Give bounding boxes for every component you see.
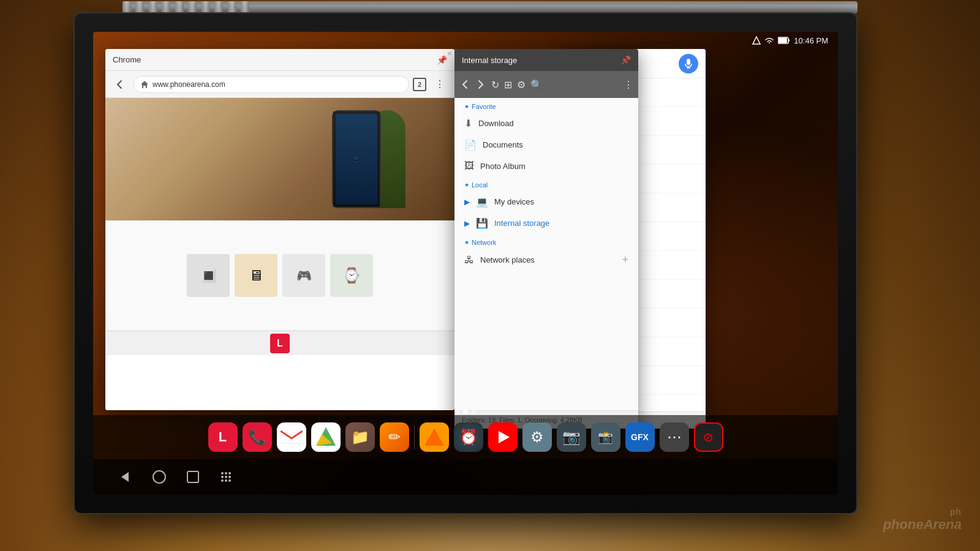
dock-camera1-icon: 📷 [562, 429, 581, 446]
chrome-address-bar[interactable]: www.phonearena.com [134, 76, 409, 93]
chrome-menu-button[interactable]: ⋮ [430, 75, 450, 94]
fm-more-button[interactable]: ⋮ [624, 79, 633, 91]
svg-rect-3 [788, 39, 790, 42]
svg-rect-14 [187, 471, 198, 482]
dock-icon-settings[interactable]: ⚙ [522, 422, 552, 452]
dock-gmail-icon [281, 429, 303, 446]
dock-icon-notes[interactable]: ✏ [380, 422, 409, 452]
page-dot-3[interactable] [472, 409, 477, 414]
tablet-hinge [123, 1, 858, 13]
tablet-device: YOGA BOOK [74, 12, 907, 527]
fm-back-button[interactable] [459, 79, 470, 90]
dock-icon-youtube[interactable] [488, 422, 518, 452]
dock-icon-gmail[interactable] [277, 422, 306, 452]
chrome-content: 📱 ✕ 🔳 🖥 🎮 ⌚ [105, 98, 454, 410]
status-icons: 10:46 PM [752, 36, 828, 45]
svg-rect-4 [687, 59, 690, 65]
fm-download-icon: ⬇ [464, 118, 472, 129]
nav-home-button[interactable] [152, 470, 167, 484]
fm-toolbar: ↻ ⊞ ⚙ 🔍 ⋮ [454, 71, 638, 98]
dock-icon-vlc[interactable] [420, 422, 449, 452]
fm-photoalbum-item[interactable]: 🖼 Photo Album [454, 156, 638, 176]
fm-internalstorage-icon: 💾 [476, 217, 488, 229]
dock-icon-drive[interactable] [311, 422, 341, 452]
fm-photoalbum-label: Photo Album [480, 162, 526, 171]
signal-icon [752, 36, 761, 45]
fm-mydevices-item[interactable]: ▶ 💻 My devices [454, 191, 638, 212]
page-dot-2[interactable] [463, 409, 468, 414]
svg-point-13 [153, 471, 165, 483]
chrome-window-title: Chrome [113, 55, 437, 64]
fm-documents-label: Documents [483, 140, 523, 149]
dock-icon-block[interactable]: ⊘ [694, 422, 723, 452]
hinge-knob [135, 1, 144, 13]
navigation-bar [93, 459, 838, 495]
phonearena-ph: ph [883, 507, 962, 517]
screen: 10:46 PM Chrome 📌 www. [93, 32, 838, 495]
hinge-knob [228, 1, 236, 13]
fm-search-button[interactable]: 🔍 [530, 79, 543, 91]
dock-icon-files[interactable]: 📁 [345, 422, 375, 452]
svg-point-18 [221, 476, 224, 478]
status-time: 10:46 PM [794, 36, 828, 45]
fm-documents-icon: 📄 [464, 139, 477, 151]
website-ad-section: ✕ 🔳 🖥 🎮 ⌚ [105, 220, 454, 331]
fm-networkplaces-item[interactable]: 🖧 Network places + [454, 249, 638, 271]
fm-network-header: Network [454, 234, 638, 249]
svg-point-15 [221, 472, 224, 474]
nav-back-button[interactable] [118, 470, 132, 484]
filemanager-window[interactable]: Internal storage 📌 ↻ ⊞ ⚙ 🔍 ⋮ [454, 49, 638, 429]
dock-clock-icon: ⏰ [459, 429, 478, 446]
dock-youtube-icon [499, 431, 510, 443]
dock-icon-lenovo[interactable]: L [208, 422, 238, 452]
fm-settings-button[interactable]: ⚙ [517, 79, 526, 91]
fm-networkplaces-icon: 🖧 [464, 255, 474, 266]
url-text: www.phonearena.com [153, 80, 225, 89]
fm-refresh-button[interactable]: ↻ [491, 79, 499, 91]
tab-count[interactable]: 2 [413, 78, 426, 91]
dock-phone-icon: 📞 [248, 429, 266, 446]
chrome-back-button[interactable] [110, 75, 130, 94]
dock-icon-camera1[interactable]: 📷 [557, 422, 586, 452]
dock-icon-clock[interactable]: ⏰ [454, 422, 483, 452]
dock-lenovo-icon: L [219, 429, 227, 445]
hinge-knob [202, 1, 210, 13]
dock-icon-phone[interactable]: 📞 [243, 422, 272, 452]
fm-add-icon[interactable]: + [622, 253, 628, 266]
chrome-titlebar: Chrome 📌 [105, 49, 454, 71]
home-icon [140, 80, 149, 89]
dock-camera2-icon: 📸 [598, 430, 613, 444]
fm-internalstorage-item[interactable]: ▶ 💾 Internal storage [454, 212, 638, 234]
fm-titlebar: Internal storage 📌 [454, 49, 638, 71]
dock-settings-icon: ⚙ [530, 429, 544, 446]
nav-allapps-button[interactable] [219, 470, 233, 484]
fm-documents-item[interactable]: 📄 Documents [454, 134, 638, 156]
fm-forward-button[interactable] [475, 79, 486, 90]
svg-point-16 [225, 472, 227, 474]
chrome-window[interactable]: Chrome 📌 www.phonearena.com 2 ⋮ [105, 49, 454, 410]
dock-icon-camera2[interactable]: 📸 [591, 422, 620, 452]
fm-window-title: Internal storage [462, 56, 620, 65]
nav-recent-button[interactable] [186, 470, 200, 484]
fl-mic-button[interactable] [679, 54, 698, 73]
dock-icon-more[interactable]: ⋯ [660, 422, 689, 452]
chrome-pin-icon[interactable]: 📌 [437, 55, 447, 65]
hinge-knob [175, 1, 184, 13]
dock-icon-gfx[interactable]: GFX [625, 422, 655, 452]
dock-more-icon: ⋯ [667, 429, 682, 446]
phonearena-label: phoneArena [883, 517, 962, 533]
lenovo-logo: L [270, 334, 290, 353]
hinge-knob [149, 1, 157, 13]
fm-mydevices-label: My devices [494, 197, 534, 206]
fm-local-header: Local [454, 176, 638, 191]
fm-download-item[interactable]: ⬇ Download [454, 113, 638, 134]
website-preview: 📱 ✕ 🔳 🖥 🎮 ⌚ [105, 98, 454, 410]
phonearena-watermark: ph phoneArena [883, 507, 962, 533]
fm-grid-button[interactable]: ⊞ [504, 79, 512, 91]
fm-mydevices-expand-icon: ▶ [464, 198, 470, 206]
page-dot-1[interactable] [454, 409, 459, 414]
svg-point-17 [228, 472, 231, 474]
fm-pin-icon[interactable]: 📌 [620, 55, 631, 65]
svg-point-23 [228, 479, 231, 482]
dock-notes-icon: ✏ [388, 429, 401, 446]
